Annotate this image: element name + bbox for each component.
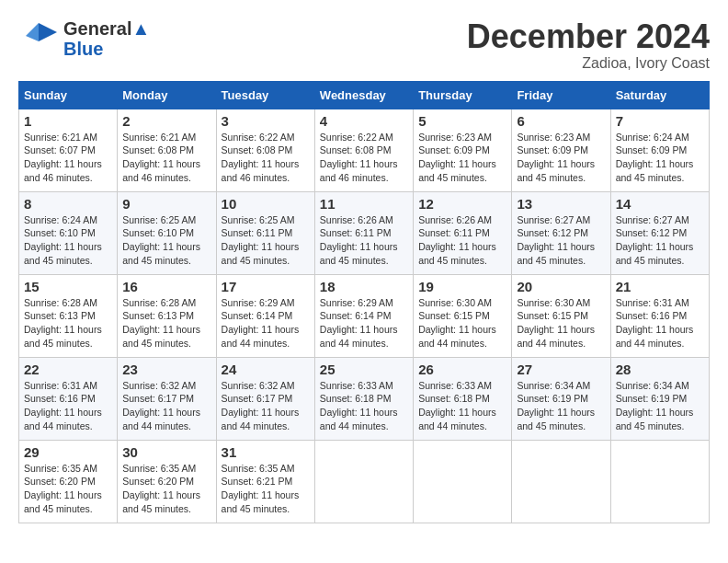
calendar-cell: 2Sunrise: 6:21 AM Sunset: 6:08 PM Daylig… bbox=[118, 109, 216, 191]
day-number: 18 bbox=[320, 279, 408, 294]
day-number: 16 bbox=[122, 279, 210, 294]
calendar-cell: 6Sunrise: 6:23 AM Sunset: 6:09 PM Daylig… bbox=[512, 109, 610, 191]
calendar-week: 1Sunrise: 6:21 AM Sunset: 6:07 PM Daylig… bbox=[19, 109, 710, 191]
day-info: Sunrise: 6:25 AM Sunset: 6:11 PM Dayligh… bbox=[222, 213, 310, 268]
day-info: Sunrise: 6:31 AM Sunset: 6:16 PM Dayligh… bbox=[616, 296, 704, 350]
day-number: 31 bbox=[222, 444, 310, 460]
day-info: Sunrise: 6:22 AM Sunset: 6:08 PM Dayligh… bbox=[222, 131, 310, 185]
day-info: Sunrise: 6:29 AM Sunset: 6:14 PM Dayligh… bbox=[320, 296, 408, 350]
calendar-cell: 3Sunrise: 6:22 AM Sunset: 6:08 PM Daylig… bbox=[216, 109, 314, 191]
day-info: Sunrise: 6:28 AM Sunset: 6:13 PM Dayligh… bbox=[24, 296, 112, 350]
calendar-cell: 5Sunrise: 6:23 AM Sunset: 6:09 PM Daylig… bbox=[414, 109, 512, 191]
day-info: Sunrise: 6:31 AM Sunset: 6:16 PM Dayligh… bbox=[24, 379, 112, 433]
day-number: 23 bbox=[122, 362, 210, 377]
day-info: Sunrise: 6:25 AM Sunset: 6:10 PM Dayligh… bbox=[122, 213, 210, 268]
day-info: Sunrise: 6:26 AM Sunset: 6:11 PM Dayligh… bbox=[418, 213, 506, 268]
day-number: 7 bbox=[616, 113, 704, 129]
calendar-cell: 18Sunrise: 6:29 AM Sunset: 6:14 PM Dayli… bbox=[314, 274, 413, 357]
logo: General▲ Blue bbox=[18, 18, 150, 59]
day-info: Sunrise: 6:30 AM Sunset: 6:15 PM Dayligh… bbox=[517, 296, 605, 350]
day-info: Sunrise: 6:24 AM Sunset: 6:10 PM Dayligh… bbox=[24, 213, 112, 268]
day-info: Sunrise: 6:35 AM Sunset: 6:20 PM Dayligh… bbox=[24, 462, 112, 516]
header-day: Sunday bbox=[19, 81, 118, 109]
day-info: Sunrise: 6:30 AM Sunset: 6:15 PM Dayligh… bbox=[418, 296, 506, 350]
calendar-cell: 31Sunrise: 6:35 AM Sunset: 6:21 PM Dayli… bbox=[216, 440, 314, 523]
page-header: General▲ Blue December 2024 Zadioa, Ivor… bbox=[18, 18, 710, 72]
header-row: SundayMondayTuesdayWednesdayThursdayFrid… bbox=[19, 81, 710, 109]
day-info: Sunrise: 6:22 AM Sunset: 6:08 PM Dayligh… bbox=[320, 131, 408, 185]
header-day: Thursday bbox=[414, 81, 512, 109]
day-number: 13 bbox=[517, 196, 605, 212]
calendar-cell: 4Sunrise: 6:22 AM Sunset: 6:08 PM Daylig… bbox=[314, 109, 413, 191]
calendar-week: 22Sunrise: 6:31 AM Sunset: 6:16 PM Dayli… bbox=[19, 357, 710, 440]
day-info: Sunrise: 6:33 AM Sunset: 6:18 PM Dayligh… bbox=[418, 379, 506, 433]
calendar-week: 15Sunrise: 6:28 AM Sunset: 6:13 PM Dayli… bbox=[19, 274, 710, 357]
day-number: 30 bbox=[122, 444, 210, 460]
calendar-cell: 26Sunrise: 6:33 AM Sunset: 6:18 PM Dayli… bbox=[414, 357, 512, 440]
header-day: Tuesday bbox=[216, 81, 314, 109]
day-info: Sunrise: 6:35 AM Sunset: 6:20 PM Dayligh… bbox=[122, 462, 210, 516]
calendar-header: SundayMondayTuesdayWednesdayThursdayFrid… bbox=[19, 81, 710, 109]
calendar-cell: 30Sunrise: 6:35 AM Sunset: 6:20 PM Dayli… bbox=[118, 440, 216, 523]
calendar-cell: 10Sunrise: 6:25 AM Sunset: 6:11 PM Dayli… bbox=[216, 191, 314, 274]
day-number: 26 bbox=[418, 362, 506, 377]
day-number: 9 bbox=[122, 196, 210, 212]
calendar-cell bbox=[512, 440, 610, 523]
day-info: Sunrise: 6:35 AM Sunset: 6:21 PM Dayligh… bbox=[222, 462, 310, 516]
day-number: 15 bbox=[24, 279, 112, 294]
day-number: 27 bbox=[517, 362, 605, 377]
calendar-table: SundayMondayTuesdayWednesdayThursdayFrid… bbox=[18, 81, 710, 523]
calendar-cell: 22Sunrise: 6:31 AM Sunset: 6:16 PM Dayli… bbox=[19, 357, 118, 440]
day-number: 17 bbox=[222, 279, 310, 294]
title-block: December 2024 Zadioa, Ivory Coast bbox=[467, 18, 710, 72]
calendar-cell: 28Sunrise: 6:34 AM Sunset: 6:19 PM Dayli… bbox=[610, 357, 709, 440]
logo-text: General▲ Blue bbox=[63, 18, 150, 59]
day-info: Sunrise: 6:29 AM Sunset: 6:14 PM Dayligh… bbox=[222, 296, 310, 350]
calendar-cell: 21Sunrise: 6:31 AM Sunset: 6:16 PM Dayli… bbox=[610, 274, 709, 357]
header-day: Saturday bbox=[610, 81, 709, 109]
calendar-cell: 16Sunrise: 6:28 AM Sunset: 6:13 PM Dayli… bbox=[118, 274, 216, 357]
calendar-body: 1Sunrise: 6:21 AM Sunset: 6:07 PM Daylig… bbox=[19, 109, 710, 523]
day-number: 1 bbox=[24, 113, 112, 129]
day-number: 2 bbox=[122, 113, 210, 129]
day-number: 24 bbox=[222, 362, 310, 377]
day-number: 3 bbox=[222, 113, 310, 129]
day-number: 22 bbox=[24, 362, 112, 377]
calendar-cell: 11Sunrise: 6:26 AM Sunset: 6:11 PM Dayli… bbox=[314, 191, 413, 274]
day-number: 14 bbox=[616, 196, 704, 212]
calendar-cell: 19Sunrise: 6:30 AM Sunset: 6:15 PM Dayli… bbox=[414, 274, 512, 357]
calendar-cell: 20Sunrise: 6:30 AM Sunset: 6:15 PM Dayli… bbox=[512, 274, 610, 357]
calendar-week: 8Sunrise: 6:24 AM Sunset: 6:10 PM Daylig… bbox=[19, 191, 710, 274]
day-info: Sunrise: 6:32 AM Sunset: 6:17 PM Dayligh… bbox=[122, 379, 210, 433]
header-day: Friday bbox=[512, 81, 610, 109]
calendar-cell: 14Sunrise: 6:27 AM Sunset: 6:12 PM Dayli… bbox=[610, 191, 709, 274]
calendar-cell: 29Sunrise: 6:35 AM Sunset: 6:20 PM Dayli… bbox=[19, 440, 118, 523]
day-number: 29 bbox=[24, 444, 112, 460]
calendar-cell: 15Sunrise: 6:28 AM Sunset: 6:13 PM Dayli… bbox=[19, 274, 118, 357]
calendar-cell: 13Sunrise: 6:27 AM Sunset: 6:12 PM Dayli… bbox=[512, 191, 610, 274]
calendar-cell: 17Sunrise: 6:29 AM Sunset: 6:14 PM Dayli… bbox=[216, 274, 314, 357]
header-day: Wednesday bbox=[314, 81, 413, 109]
day-info: Sunrise: 6:21 AM Sunset: 6:08 PM Dayligh… bbox=[122, 131, 210, 185]
location-subtitle: Zadioa, Ivory Coast bbox=[467, 55, 710, 72]
calendar-cell: 12Sunrise: 6:26 AM Sunset: 6:11 PM Dayli… bbox=[414, 191, 512, 274]
day-info: Sunrise: 6:33 AM Sunset: 6:18 PM Dayligh… bbox=[320, 379, 408, 433]
calendar-cell: 9Sunrise: 6:25 AM Sunset: 6:10 PM Daylig… bbox=[118, 191, 216, 274]
calendar-cell: 23Sunrise: 6:32 AM Sunset: 6:17 PM Dayli… bbox=[118, 357, 216, 440]
logo-icon bbox=[18, 21, 59, 56]
day-info: Sunrise: 6:23 AM Sunset: 6:09 PM Dayligh… bbox=[418, 131, 506, 185]
day-number: 21 bbox=[616, 279, 704, 294]
day-number: 6 bbox=[517, 113, 605, 129]
calendar-cell bbox=[610, 440, 709, 523]
day-info: Sunrise: 6:21 AM Sunset: 6:07 PM Dayligh… bbox=[24, 131, 112, 185]
day-number: 11 bbox=[320, 196, 408, 212]
day-info: Sunrise: 6:24 AM Sunset: 6:09 PM Dayligh… bbox=[616, 131, 704, 185]
day-info: Sunrise: 6:34 AM Sunset: 6:19 PM Dayligh… bbox=[616, 379, 704, 433]
day-info: Sunrise: 6:26 AM Sunset: 6:11 PM Dayligh… bbox=[320, 213, 408, 268]
day-info: Sunrise: 6:23 AM Sunset: 6:09 PM Dayligh… bbox=[517, 131, 605, 185]
month-title: December 2024 bbox=[467, 18, 710, 55]
day-info: Sunrise: 6:28 AM Sunset: 6:13 PM Dayligh… bbox=[122, 296, 210, 350]
calendar-cell bbox=[414, 440, 512, 523]
day-number: 28 bbox=[616, 362, 704, 377]
calendar-cell: 27Sunrise: 6:34 AM Sunset: 6:19 PM Dayli… bbox=[512, 357, 610, 440]
